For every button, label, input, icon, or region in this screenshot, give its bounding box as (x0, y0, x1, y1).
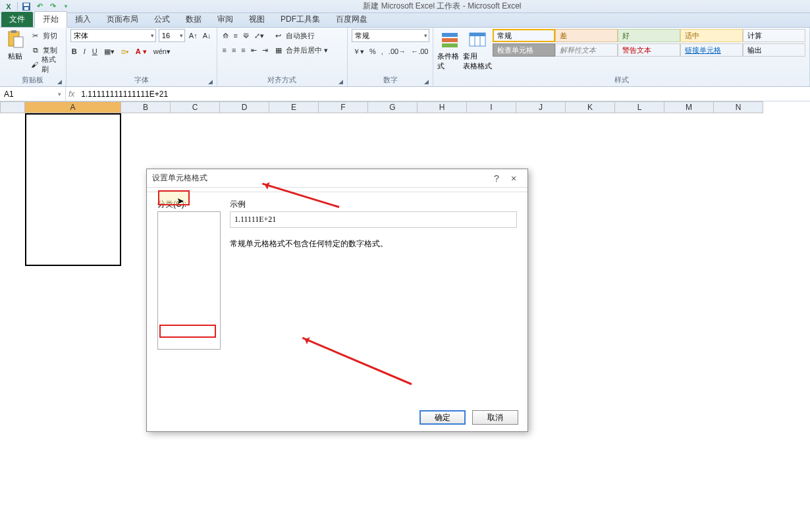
format-cells-dialog: 设置单元格格式 ? × 分类(C): 示例 1.11111E+21 常规单元格格… (146, 169, 528, 432)
dialog-help-button[interactable]: ? (488, 173, 505, 184)
dialog-layer: 设置单元格格式 ? × 分类(C): 示例 1.11111E+21 常规单元格格… (0, 0, 810, 532)
dialog-close-button[interactable]: × (505, 173, 522, 184)
preview-value: 1.11111E+21 (230, 211, 517, 228)
ok-button[interactable]: 确定 (419, 410, 466, 425)
preview-label: 示例 (230, 199, 517, 210)
dialog-title-text: 设置单元格格式 (152, 173, 207, 184)
category-label: 分类(C): (157, 199, 221, 210)
format-description: 常规单元格格式不包含任何特定的数字格式。 (230, 238, 517, 250)
dialog-titlebar[interactable]: 设置单元格格式 ? × (147, 169, 527, 188)
category-list[interactable] (157, 211, 221, 350)
cancel-button[interactable]: 取消 (472, 410, 518, 425)
cursor-icon: ➤ (176, 196, 184, 206)
dialog-tabs (147, 188, 527, 192)
